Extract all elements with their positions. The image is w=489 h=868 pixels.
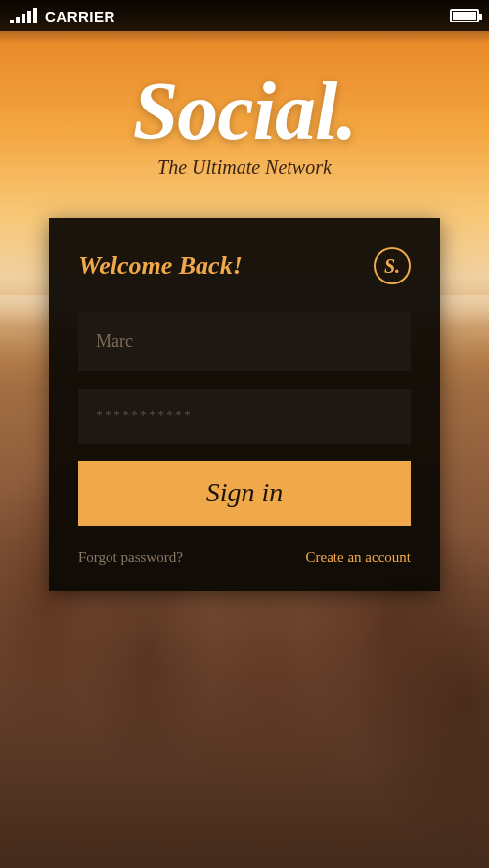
status-left: CARRIER xyxy=(10,8,115,24)
card-header: Welcome Back! S. xyxy=(78,247,411,284)
username-input[interactable] xyxy=(78,312,411,371)
carrier-label: CARRIER xyxy=(45,8,115,24)
forgot-password-link[interactable]: Forgot password? xyxy=(78,549,183,566)
welcome-title: Welcome Back! xyxy=(78,251,243,281)
sign-in-button[interactable]: Sign in xyxy=(78,461,411,526)
app-screen: CARRIER Social. The Ultimate Network Wel… xyxy=(0,0,489,868)
create-account-link[interactable]: Create an account xyxy=(306,549,411,566)
status-bar: CARRIER xyxy=(0,0,489,31)
app-tagline: The Ultimate Network xyxy=(0,156,489,179)
password-input[interactable] xyxy=(78,389,411,444)
signal-icon xyxy=(10,8,37,23)
login-card: Welcome Back! S. Sign in Forgot password… xyxy=(49,218,440,591)
card-footer: Forgot password? Create an account xyxy=(78,549,411,566)
battery-icon xyxy=(450,9,479,22)
brand-badge-icon: S. xyxy=(374,247,411,284)
brand-header: Social. The Ultimate Network xyxy=(0,70,489,179)
app-logo: Social. xyxy=(0,70,489,152)
